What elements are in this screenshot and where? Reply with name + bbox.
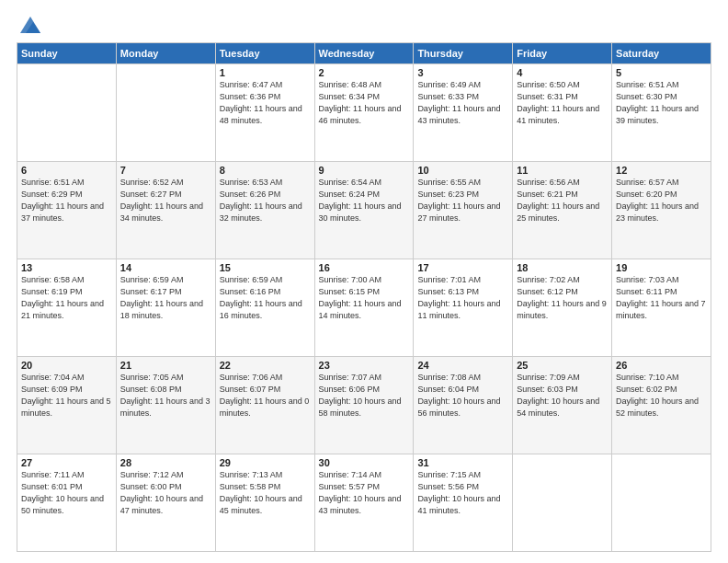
day-info: Sunrise: 7:15 AM Sunset: 5:56 PM Dayligh… (417, 469, 508, 517)
header (17, 17, 711, 33)
calendar-cell: 22Sunrise: 7:06 AM Sunset: 6:07 PM Dayli… (215, 357, 314, 454)
day-number: 29 (220, 457, 311, 468)
day-info: Sunrise: 6:59 AM Sunset: 6:16 PM Dayligh… (220, 274, 311, 322)
day-number: 18 (517, 262, 608, 273)
day-info: Sunrise: 7:09 AM Sunset: 6:03 PM Dayligh… (517, 372, 608, 419)
calendar-cell (17, 64, 117, 162)
day-number: 9 (319, 165, 410, 176)
day-number: 17 (417, 262, 508, 273)
day-info: Sunrise: 6:47 AM Sunset: 6:36 PM Dayligh… (220, 79, 311, 127)
calendar-cell: 3Sunrise: 6:49 AM Sunset: 6:33 PM Daylig… (414, 64, 513, 162)
day-number: 7 (120, 165, 211, 176)
calendar-cell: 18Sunrise: 7:02 AM Sunset: 6:12 PM Dayli… (513, 259, 612, 357)
day-number: 19 (616, 262, 707, 273)
day-info: Sunrise: 7:10 AM Sunset: 6:02 PM Dayligh… (616, 372, 707, 419)
day-info: Sunrise: 7:06 AM Sunset: 6:07 PM Dayligh… (220, 372, 311, 419)
day-header-saturday: Saturday (612, 43, 711, 64)
calendar-cell (513, 454, 612, 552)
calendar-cell: 19Sunrise: 7:03 AM Sunset: 6:11 PM Dayli… (612, 259, 711, 357)
day-info: Sunrise: 7:11 AM Sunset: 6:01 PM Dayligh… (21, 469, 112, 517)
calendar-cell: 11Sunrise: 6:56 AM Sunset: 6:21 PM Dayli… (513, 162, 612, 259)
day-info: Sunrise: 7:03 AM Sunset: 6:11 PM Dayligh… (616, 274, 707, 322)
day-info: Sunrise: 6:59 AM Sunset: 6:17 PM Dayligh… (120, 274, 211, 322)
calendar-cell (116, 64, 215, 162)
calendar-cell: 25Sunrise: 7:09 AM Sunset: 6:03 PM Dayli… (513, 357, 612, 454)
day-info: Sunrise: 6:56 AM Sunset: 6:21 PM Dayligh… (517, 177, 608, 224)
day-info: Sunrise: 7:00 AM Sunset: 6:15 PM Dayligh… (319, 274, 410, 322)
calendar-cell: 16Sunrise: 7:00 AM Sunset: 6:15 PM Dayli… (314, 259, 414, 357)
day-number: 3 (417, 67, 508, 78)
day-number: 31 (417, 457, 508, 468)
logo-icon (20, 17, 40, 33)
calendar-week-2: 6Sunrise: 6:51 AM Sunset: 6:29 PM Daylig… (17, 162, 711, 259)
calendar-cell: 26Sunrise: 7:10 AM Sunset: 6:02 PM Dayli… (612, 357, 711, 454)
day-number: 10 (417, 165, 508, 176)
calendar-cell: 5Sunrise: 6:51 AM Sunset: 6:30 PM Daylig… (612, 64, 711, 162)
calendar-cell: 4Sunrise: 6:50 AM Sunset: 6:31 PM Daylig… (513, 64, 612, 162)
day-header-thursday: Thursday (414, 43, 513, 64)
day-header-monday: Monday (116, 43, 215, 64)
calendar-cell: 7Sunrise: 6:52 AM Sunset: 6:27 PM Daylig… (116, 162, 215, 259)
day-header-friday: Friday (513, 43, 612, 64)
day-number: 23 (319, 360, 410, 371)
day-info: Sunrise: 6:48 AM Sunset: 6:34 PM Dayligh… (319, 79, 410, 127)
day-info: Sunrise: 6:54 AM Sunset: 6:24 PM Dayligh… (319, 177, 410, 224)
calendar-cell: 10Sunrise: 6:55 AM Sunset: 6:23 PM Dayli… (414, 162, 513, 259)
page: SundayMondayTuesdayWednesdayThursdayFrid… (0, 0, 728, 563)
calendar-table: SundayMondayTuesdayWednesdayThursdayFrid… (17, 42, 711, 552)
calendar-cell: 31Sunrise: 7:15 AM Sunset: 5:56 PM Dayli… (414, 454, 513, 552)
day-number: 14 (120, 262, 211, 273)
day-number: 4 (517, 67, 608, 78)
day-header-wednesday: Wednesday (314, 43, 414, 64)
day-number: 13 (21, 262, 112, 273)
calendar-week-4: 20Sunrise: 7:04 AM Sunset: 6:09 PM Dayli… (17, 357, 711, 454)
calendar-cell: 13Sunrise: 6:58 AM Sunset: 6:19 PM Dayli… (17, 259, 117, 357)
calendar-cell: 28Sunrise: 7:12 AM Sunset: 6:00 PM Dayli… (116, 454, 215, 552)
day-info: Sunrise: 7:14 AM Sunset: 5:57 PM Dayligh… (319, 469, 410, 517)
day-number: 30 (319, 457, 410, 468)
day-info: Sunrise: 6:50 AM Sunset: 6:31 PM Dayligh… (517, 79, 608, 127)
day-number: 11 (517, 165, 608, 176)
day-info: Sunrise: 6:57 AM Sunset: 6:20 PM Dayligh… (616, 177, 707, 224)
calendar-cell: 9Sunrise: 6:54 AM Sunset: 6:24 PM Daylig… (314, 162, 414, 259)
day-info: Sunrise: 7:12 AM Sunset: 6:00 PM Dayligh… (120, 469, 211, 517)
day-number: 1 (220, 67, 311, 78)
calendar-cell: 20Sunrise: 7:04 AM Sunset: 6:09 PM Dayli… (17, 357, 117, 454)
calendar-cell: 23Sunrise: 7:07 AM Sunset: 6:06 PM Dayli… (314, 357, 414, 454)
calendar-cell: 2Sunrise: 6:48 AM Sunset: 6:34 PM Daylig… (314, 64, 414, 162)
day-number: 27 (21, 457, 112, 468)
day-number: 28 (120, 457, 211, 468)
calendar-cell: 30Sunrise: 7:14 AM Sunset: 5:57 PM Dayli… (314, 454, 414, 552)
day-info: Sunrise: 7:05 AM Sunset: 6:08 PM Dayligh… (120, 372, 211, 419)
day-number: 12 (616, 165, 707, 176)
day-number: 6 (21, 165, 112, 176)
day-info: Sunrise: 7:04 AM Sunset: 6:09 PM Dayligh… (21, 372, 112, 419)
day-info: Sunrise: 7:13 AM Sunset: 5:58 PM Dayligh… (220, 469, 311, 517)
day-number: 2 (319, 67, 410, 78)
day-info: Sunrise: 7:07 AM Sunset: 6:06 PM Dayligh… (319, 372, 410, 419)
calendar-cell (612, 454, 711, 552)
calendar-cell: 17Sunrise: 7:01 AM Sunset: 6:13 PM Dayli… (414, 259, 513, 357)
calendar-week-3: 13Sunrise: 6:58 AM Sunset: 6:19 PM Dayli… (17, 259, 711, 357)
day-info: Sunrise: 6:52 AM Sunset: 6:27 PM Dayligh… (120, 177, 211, 224)
day-info: Sunrise: 6:55 AM Sunset: 6:23 PM Dayligh… (417, 177, 508, 224)
day-info: Sunrise: 7:08 AM Sunset: 6:04 PM Dayligh… (417, 372, 508, 419)
calendar-cell: 27Sunrise: 7:11 AM Sunset: 6:01 PM Dayli… (17, 454, 117, 552)
day-number: 16 (319, 262, 410, 273)
day-info: Sunrise: 6:51 AM Sunset: 6:30 PM Dayligh… (616, 79, 707, 127)
calendar-cell: 8Sunrise: 6:53 AM Sunset: 6:26 PM Daylig… (215, 162, 314, 259)
calendar-week-1: 1Sunrise: 6:47 AM Sunset: 6:36 PM Daylig… (17, 64, 711, 162)
day-header-tuesday: Tuesday (215, 43, 314, 64)
day-header-sunday: Sunday (17, 43, 117, 64)
day-info: Sunrise: 7:02 AM Sunset: 6:12 PM Dayligh… (517, 274, 608, 322)
calendar-header-row: SundayMondayTuesdayWednesdayThursdayFrid… (17, 43, 711, 64)
day-info: Sunrise: 7:01 AM Sunset: 6:13 PM Dayligh… (417, 274, 508, 322)
day-number: 15 (220, 262, 311, 273)
day-number: 26 (616, 360, 707, 371)
calendar-week-5: 27Sunrise: 7:11 AM Sunset: 6:01 PM Dayli… (17, 454, 711, 552)
calendar-cell: 14Sunrise: 6:59 AM Sunset: 6:17 PM Dayli… (116, 259, 215, 357)
logo (17, 17, 40, 33)
calendar-cell: 29Sunrise: 7:13 AM Sunset: 5:58 PM Dayli… (215, 454, 314, 552)
day-info: Sunrise: 6:58 AM Sunset: 6:19 PM Dayligh… (21, 274, 112, 322)
day-number: 25 (517, 360, 608, 371)
